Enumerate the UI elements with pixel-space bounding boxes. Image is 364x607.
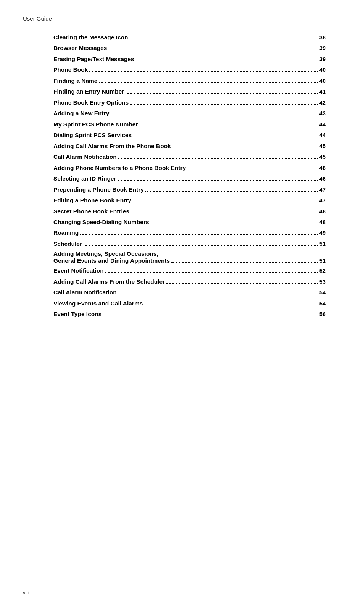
toc-dots-viewing-events-call-alarms (144, 305, 317, 305)
toc-page-adding-call-alarms-phone-book: 45 (319, 142, 326, 150)
page-header: User Guide (23, 15, 341, 22)
toc-label-changing-speed-dialing-numbers: Changing Speed-Dialing Numbers (53, 218, 149, 226)
toc-dots-call-alarm-notification-2 (118, 294, 318, 294)
toc-label-call-alarm-notification-1: Call Alarm Notification (53, 153, 117, 161)
toc-dots-my-sprint-pcs-phone-number (139, 126, 317, 126)
toc-page-event-notification: 52 (319, 266, 326, 275)
toc-page-secret-phone-book-entries: 48 (319, 207, 326, 216)
toc-page-browser-messages: 39 (319, 44, 326, 52)
toc-entry-dialing-sprint-pcs-services: Dialing Sprint PCS Services44 (53, 131, 326, 139)
toc-entry-adding-phone-numbers-phone-book-entry: Adding Phone Numbers to a Phone Book Ent… (53, 164, 326, 172)
toc-entry-adding-call-alarms-scheduler: Adding Call Alarms From the Scheduler53 (53, 278, 326, 286)
toc-page-selecting-id-ringer: 46 (319, 174, 326, 183)
toc-page-changing-speed-dialing-numbers: 48 (319, 218, 326, 226)
toc-entry-secret-phone-book-entries: Secret Phone Book Entries48 (53, 207, 326, 216)
toc-page-prepending-phone-book-entry: 47 (319, 186, 326, 194)
toc-label-adding-phone-numbers-phone-book-entry: Adding Phone Numbers to a Phone Book Ent… (53, 164, 186, 172)
toc-dots-roaming (80, 234, 317, 235)
toc-page-event-type-icons: 56 (319, 310, 326, 318)
toc-label-adding-call-alarms-scheduler: Adding Call Alarms From the Scheduler (53, 278, 165, 286)
toc-entry-phone-book: Phone Book40 (53, 66, 326, 74)
page: User Guide Clearing the Message Icon38Br… (0, 0, 364, 607)
toc-container: Clearing the Message Icon38Browser Messa… (53, 33, 326, 319)
toc-entry-call-alarm-notification-2: Call Alarm Notification54 (53, 288, 326, 297)
toc-entry-finding-a-name: Finding a Name40 (53, 77, 326, 85)
toc-entry-phone-book-entry-options: Phone Book Entry Options42 (53, 98, 326, 107)
toc-entry-event-notification: Event Notification52 (53, 266, 326, 275)
toc-page-adding-meetings-multiline: 51 (319, 257, 326, 264)
toc-label-erasing-page-text-messages: Erasing Page/Text Messages (53, 55, 134, 63)
toc-label-viewing-events-call-alarms: Viewing Events and Call Alarms (53, 299, 143, 308)
toc-page-call-alarm-notification-2: 54 (319, 288, 326, 297)
toc-dots-adding-meetings-multiline (171, 262, 318, 263)
toc-label-selecting-id-ringer: Selecting an ID Ringer (53, 174, 116, 183)
toc-entry-editing-phone-book-entry: Editing a Phone Book Entry47 (53, 196, 326, 205)
toc-dots-editing-phone-book-entry (133, 202, 318, 202)
toc-entry-event-type-icons: Event Type Icons56 (53, 310, 326, 318)
toc-dots-dialing-sprint-pcs-services (133, 137, 318, 137)
toc-label-finding-entry-number: Finding an Entry Number (53, 87, 124, 96)
toc-entry-changing-speed-dialing-numbers: Changing Speed-Dialing Numbers48 (53, 218, 326, 226)
toc-label-line2-adding-meetings-multiline: General Events and Dining Appointments (53, 257, 170, 264)
toc-label-editing-phone-book-entry: Editing a Phone Book Entry (53, 196, 131, 205)
toc-page-finding-a-name: 40 (319, 77, 326, 85)
toc-label-roaming: Roaming (53, 229, 79, 237)
toc-page-clearing-message-icon: 38 (319, 33, 326, 42)
toc-label-phone-book-entry-options: Phone Book Entry Options (53, 98, 129, 107)
toc-entry-adding-call-alarms-phone-book: Adding Call Alarms From the Phone Book45 (53, 142, 326, 150)
toc-dots-browser-messages (108, 50, 317, 50)
toc-dots-call-alarm-notification-1 (118, 158, 318, 159)
toc-page-adding-call-alarms-scheduler: 53 (319, 278, 326, 286)
toc-entry-browser-messages: Browser Messages39 (53, 44, 326, 52)
toc-page-adding-phone-numbers-phone-book-entry: 46 (319, 164, 326, 172)
toc-dots-event-notification (105, 272, 318, 273)
toc-page-phone-book-entry-options: 42 (319, 98, 326, 107)
toc-dots-event-type-icons (103, 316, 317, 316)
toc-dots-secret-phone-book-entries (131, 213, 318, 213)
toc-page-phone-book: 40 (319, 66, 326, 74)
toc-page-viewing-events-call-alarms: 54 (319, 299, 326, 308)
toc-dots-prepending-phone-book-entry (145, 191, 318, 192)
toc-entry-finding-entry-number: Finding an Entry Number41 (53, 87, 326, 96)
toc-label-line1-adding-meetings-multiline: Adding Meetings, Special Occasions, (53, 250, 326, 257)
toc-dots-adding-call-alarms-scheduler (166, 283, 317, 284)
toc-label-scheduler: Scheduler (53, 240, 82, 248)
toc-page-erasing-page-text-messages: 39 (319, 55, 326, 63)
toc-label-phone-book: Phone Book (53, 66, 88, 74)
toc-dots-adding-phone-numbers-phone-book-entry (187, 170, 318, 170)
toc-entry-selecting-id-ringer: Selecting an ID Ringer46 (53, 174, 326, 183)
toc-dots-phone-book-entry-options (130, 104, 318, 105)
toc-label-adding-new-entry: Adding a New Entry (53, 109, 109, 118)
toc-dots-finding-entry-number (126, 93, 318, 94)
toc-entry-scheduler: Scheduler51 (53, 240, 326, 248)
toc-dots-scheduler (84, 245, 318, 246)
toc-entry-clearing-message-icon: Clearing the Message Icon38 (53, 33, 326, 42)
toc-page-dialing-sprint-pcs-services: 44 (319, 131, 326, 139)
toc-dots-finding-a-name (99, 82, 317, 83)
toc-label-event-notification: Event Notification (53, 266, 104, 275)
toc-dots-adding-new-entry (111, 115, 317, 115)
toc-dots-phone-book (89, 71, 317, 72)
toc-label-clearing-message-icon: Clearing the Message Icon (53, 33, 128, 42)
toc-entry-roaming: Roaming49 (53, 229, 326, 237)
toc-page-roaming: 49 (319, 229, 326, 237)
toc-label-dialing-sprint-pcs-services: Dialing Sprint PCS Services (53, 131, 132, 139)
page-footer: viii (23, 590, 29, 596)
toc-label-my-sprint-pcs-phone-number: My Sprint PCS Phone Number (53, 120, 138, 129)
toc-entry-call-alarm-notification-1: Call Alarm Notification45 (53, 153, 326, 161)
toc-dots-adding-call-alarms-phone-book (172, 148, 318, 148)
toc-entry-my-sprint-pcs-phone-number: My Sprint PCS Phone Number44 (53, 120, 326, 129)
toc-entry-erasing-page-text-messages: Erasing Page/Text Messages39 (53, 55, 326, 63)
toc-label-event-type-icons: Event Type Icons (53, 310, 101, 318)
toc-label-finding-a-name: Finding a Name (53, 77, 97, 85)
toc-entry-adding-meetings-multiline: Adding Meetings, Special Occasions,Gener… (53, 250, 326, 264)
toc-entry-viewing-events-call-alarms: Viewing Events and Call Alarms54 (53, 299, 326, 308)
toc-page-scheduler: 51 (319, 240, 326, 248)
toc-label-browser-messages: Browser Messages (53, 44, 107, 52)
toc-label-adding-call-alarms-phone-book: Adding Call Alarms From the Phone Book (53, 142, 171, 150)
toc-page-call-alarm-notification-1: 45 (319, 153, 326, 161)
toc-label-secret-phone-book-entries: Secret Phone Book Entries (53, 207, 129, 216)
toc-page-editing-phone-book-entry: 47 (319, 196, 326, 205)
toc-label-call-alarm-notification-2: Call Alarm Notification (53, 288, 117, 297)
toc-label-prepending-phone-book-entry: Prepending a Phone Book Entry (53, 186, 144, 194)
